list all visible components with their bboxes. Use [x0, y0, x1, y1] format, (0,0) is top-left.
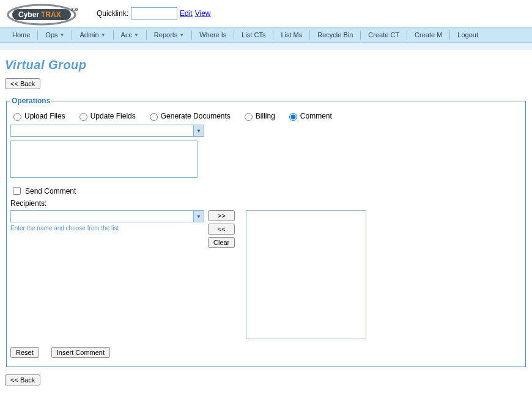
nav-listcts[interactable]: List CTs	[234, 30, 273, 40]
nav-reports[interactable]: Reports▼	[146, 30, 191, 40]
chevron-down-icon[interactable]: ▼	[193, 125, 204, 136]
comment-type-input[interactable]	[11, 125, 193, 136]
back-button-top[interactable]: << Back	[5, 78, 40, 89]
reset-button[interactable]: Reset	[10, 347, 39, 358]
send-comment-checkbox[interactable]	[13, 187, 21, 195]
recipients-listbox[interactable]	[246, 210, 366, 338]
nav-createct[interactable]: Create CT	[360, 30, 407, 40]
nav-admin[interactable]: Admin▼	[72, 30, 113, 40]
comment-type-combo[interactable]: ▼	[10, 125, 204, 137]
radio-generate-documents[interactable]: Generate Documents	[147, 111, 231, 121]
nav-listms[interactable]: List Ms	[273, 30, 309, 40]
add-recipient-button[interactable]: >>	[208, 210, 235, 221]
quicklink-view-link[interactable]: View	[195, 9, 211, 18]
quicklink-label: Quicklink:	[97, 9, 128, 18]
radio-update-fields[interactable]: Update Fields	[76, 111, 136, 121]
nav-createm[interactable]: Create M	[407, 30, 449, 40]
quicklink-edit-link[interactable]: Edit	[180, 9, 193, 18]
nav-acc[interactable]: Acc▼	[113, 30, 146, 40]
nav-recycle[interactable]: Recycle Bin	[309, 30, 360, 40]
send-comment-label: Send Comment	[25, 187, 76, 195]
radio-comment[interactable]: Comment	[286, 111, 332, 121]
chevron-down-icon: ▼	[101, 32, 106, 38]
main-nav: Home Ops▼ Admin▼ Acc▼ Reports▼ Where Is …	[0, 27, 532, 43]
nav-whereis[interactable]: Where Is	[191, 30, 234, 40]
chevron-down-icon: ▼	[179, 32, 184, 38]
remove-recipient-button[interactable]: <<	[208, 224, 235, 235]
quicklink-input[interactable]	[131, 7, 177, 20]
operations-panel: Operations Upload Files Update Fields Ge…	[6, 97, 526, 367]
chevron-down-icon[interactable]: ▼	[193, 211, 204, 222]
recipients-input[interactable]	[11, 211, 193, 222]
app-logo: Cyber TRAX 2.0	[5, 2, 78, 24]
nav-home[interactable]: Home	[5, 30, 37, 40]
chevron-down-icon: ▼	[134, 32, 139, 38]
svg-text:Cyber: Cyber	[18, 10, 39, 19]
radio-upload-files[interactable]: Upload Files	[10, 111, 65, 121]
recipients-label: Recipients:	[10, 199, 522, 208]
svg-text:2.0: 2.0	[71, 7, 78, 12]
recipients-combo[interactable]: ▼	[10, 210, 204, 222]
svg-text:TRAX: TRAX	[41, 10, 61, 19]
radio-billing[interactable]: Billing	[242, 111, 275, 121]
clear-recipients-button[interactable]: Clear	[208, 237, 235, 248]
insert-comment-button[interactable]: Insert Comment	[51, 347, 110, 358]
comment-textarea[interactable]	[10, 140, 198, 178]
nav-ops[interactable]: Ops▼	[37, 30, 72, 40]
page-title: Virtual Group	[5, 58, 527, 72]
recipients-hint: Enter the name and choose from the list	[10, 225, 203, 232]
operations-legend: Operations	[10, 97, 51, 105]
back-button-bottom[interactable]: << Back	[5, 374, 40, 385]
nav-logout[interactable]: Logout	[449, 30, 486, 40]
chevron-down-icon: ▼	[60, 32, 65, 38]
